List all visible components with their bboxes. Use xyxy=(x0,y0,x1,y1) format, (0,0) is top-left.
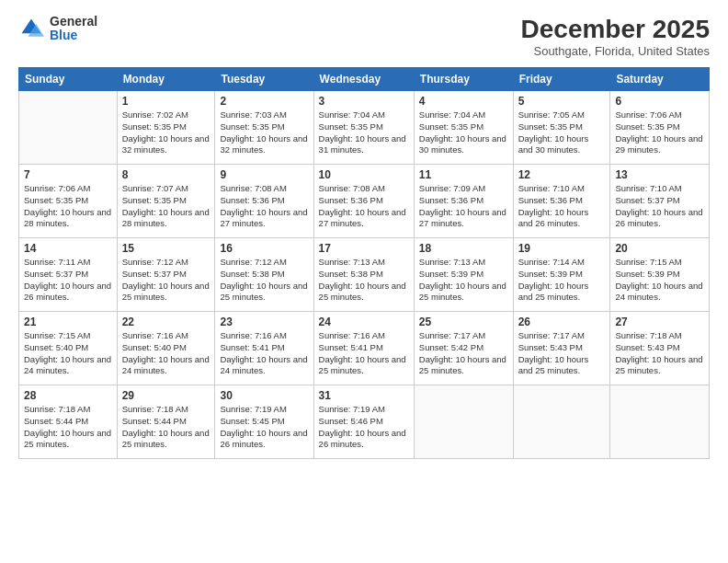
page-header: General Blue December 2025 Southgate, Fl… xyxy=(18,15,710,58)
day-info: Sunrise: 7:02 AM Sunset: 5:35 PM Dayligh… xyxy=(122,109,210,156)
weekday-header: Wednesday xyxy=(313,68,414,91)
day-info: Sunrise: 7:10 AM Sunset: 5:36 PM Dayligh… xyxy=(518,183,606,230)
day-info: Sunrise: 7:04 AM Sunset: 5:35 PM Dayligh… xyxy=(419,109,508,156)
calendar-cell: 4Sunrise: 7:04 AM Sunset: 5:35 PM Daylig… xyxy=(414,91,513,165)
calendar-cell: 15Sunrise: 7:12 AM Sunset: 5:37 PM Dayli… xyxy=(117,238,215,312)
day-number: 16 xyxy=(220,242,308,255)
day-info: Sunrise: 7:10 AM Sunset: 5:37 PM Dayligh… xyxy=(615,183,704,230)
day-info: Sunrise: 7:16 AM Sunset: 5:40 PM Dayligh… xyxy=(122,330,210,377)
day-info: Sunrise: 7:17 AM Sunset: 5:43 PM Dayligh… xyxy=(518,330,606,377)
calendar-cell: 7Sunrise: 7:06 AM Sunset: 5:35 PM Daylig… xyxy=(19,165,118,238)
day-info: Sunrise: 7:05 AM Sunset: 5:35 PM Dayligh… xyxy=(518,109,606,156)
weekday-header: Monday xyxy=(117,68,215,91)
location-text: Southgate, Florida, United States xyxy=(521,44,710,58)
day-number: 20 xyxy=(615,242,704,255)
day-info: Sunrise: 7:08 AM Sunset: 5:36 PM Dayligh… xyxy=(220,183,308,230)
calendar-cell: 18Sunrise: 7:13 AM Sunset: 5:39 PM Dayli… xyxy=(414,238,513,312)
day-number: 10 xyxy=(319,168,409,181)
calendar-cell: 19Sunrise: 7:14 AM Sunset: 5:39 PM Dayli… xyxy=(513,238,610,312)
day-info: Sunrise: 7:13 AM Sunset: 5:39 PM Dayligh… xyxy=(419,257,508,304)
calendar-week-row: 21Sunrise: 7:15 AM Sunset: 5:40 PM Dayli… xyxy=(19,312,710,385)
month-title: December 2025 xyxy=(521,15,710,44)
calendar-cell: 22Sunrise: 7:16 AM Sunset: 5:40 PM Dayli… xyxy=(117,312,215,385)
day-number: 7 xyxy=(24,168,112,181)
day-number: 4 xyxy=(419,95,508,108)
day-number: 28 xyxy=(24,389,112,402)
day-info: Sunrise: 7:19 AM Sunset: 5:46 PM Dayligh… xyxy=(319,404,409,451)
day-info: Sunrise: 7:09 AM Sunset: 5:36 PM Dayligh… xyxy=(419,183,508,230)
day-number: 8 xyxy=(122,168,210,181)
logo-text: General Blue xyxy=(50,15,97,43)
calendar-cell: 29Sunrise: 7:18 AM Sunset: 5:44 PM Dayli… xyxy=(117,385,215,459)
calendar-cell: 20Sunrise: 7:15 AM Sunset: 5:39 PM Dayli… xyxy=(610,238,710,312)
weekday-header: Saturday xyxy=(610,68,710,91)
day-number: 15 xyxy=(122,242,210,255)
title-block: December 2025 Southgate, Florida, United… xyxy=(521,15,710,58)
day-number: 25 xyxy=(419,316,508,328)
page-container: General Blue December 2025 Southgate, Fl… xyxy=(0,0,728,563)
day-info: Sunrise: 7:13 AM Sunset: 5:38 PM Dayligh… xyxy=(319,257,409,304)
calendar-cell: 31Sunrise: 7:19 AM Sunset: 5:46 PM Dayli… xyxy=(313,385,414,459)
calendar-table: SundayMondayTuesdayWednesdayThursdayFrid… xyxy=(18,67,710,459)
day-info: Sunrise: 7:08 AM Sunset: 5:36 PM Dayligh… xyxy=(319,183,409,230)
calendar-cell: 5Sunrise: 7:05 AM Sunset: 5:35 PM Daylig… xyxy=(513,91,610,165)
calendar-week-row: 14Sunrise: 7:11 AM Sunset: 5:37 PM Dayli… xyxy=(19,238,710,312)
day-info: Sunrise: 7:19 AM Sunset: 5:45 PM Dayligh… xyxy=(220,404,308,451)
day-info: Sunrise: 7:15 AM Sunset: 5:40 PM Dayligh… xyxy=(24,330,112,377)
day-number: 11 xyxy=(419,168,508,181)
day-number: 6 xyxy=(615,95,704,108)
calendar-cell: 3Sunrise: 7:04 AM Sunset: 5:35 PM Daylig… xyxy=(313,91,414,165)
calendar-cell: 26Sunrise: 7:17 AM Sunset: 5:43 PM Dayli… xyxy=(513,312,610,385)
logo-blue-text: Blue xyxy=(50,29,97,42)
calendar-cell: 2Sunrise: 7:03 AM Sunset: 5:35 PM Daylig… xyxy=(215,91,313,165)
logo: General Blue xyxy=(18,15,97,43)
calendar-cell: 25Sunrise: 7:17 AM Sunset: 5:42 PM Dayli… xyxy=(414,312,513,385)
day-info: Sunrise: 7:03 AM Sunset: 5:35 PM Dayligh… xyxy=(220,109,308,156)
day-number: 2 xyxy=(220,95,308,108)
weekday-header: Friday xyxy=(513,68,610,91)
calendar-cell: 6Sunrise: 7:06 AM Sunset: 5:35 PM Daylig… xyxy=(610,91,710,165)
calendar-cell: 1Sunrise: 7:02 AM Sunset: 5:35 PM Daylig… xyxy=(117,91,215,165)
day-info: Sunrise: 7:06 AM Sunset: 5:35 PM Dayligh… xyxy=(615,109,704,156)
day-info: Sunrise: 7:15 AM Sunset: 5:39 PM Dayligh… xyxy=(615,257,704,304)
day-info: Sunrise: 7:16 AM Sunset: 5:41 PM Dayligh… xyxy=(220,330,308,377)
day-number: 27 xyxy=(615,316,704,328)
day-info: Sunrise: 7:07 AM Sunset: 5:35 PM Dayligh… xyxy=(122,183,210,230)
calendar-cell xyxy=(513,385,610,459)
day-info: Sunrise: 7:16 AM Sunset: 5:41 PM Dayligh… xyxy=(319,330,409,377)
day-info: Sunrise: 7:12 AM Sunset: 5:37 PM Dayligh… xyxy=(122,257,210,304)
calendar-cell: 23Sunrise: 7:16 AM Sunset: 5:41 PM Dayli… xyxy=(215,312,313,385)
day-info: Sunrise: 7:12 AM Sunset: 5:38 PM Dayligh… xyxy=(220,257,308,304)
calendar-cell xyxy=(414,385,513,459)
day-number: 14 xyxy=(24,242,112,255)
weekday-header: Thursday xyxy=(414,68,513,91)
calendar-cell: 27Sunrise: 7:18 AM Sunset: 5:43 PM Dayli… xyxy=(610,312,710,385)
weekday-header: Tuesday xyxy=(215,68,313,91)
calendar-cell: 12Sunrise: 7:10 AM Sunset: 5:36 PM Dayli… xyxy=(513,165,610,238)
calendar-cell: 8Sunrise: 7:07 AM Sunset: 5:35 PM Daylig… xyxy=(117,165,215,238)
weekday-header: Sunday xyxy=(19,68,118,91)
calendar-cell xyxy=(610,385,710,459)
day-number: 23 xyxy=(220,316,308,328)
day-number: 12 xyxy=(518,168,606,181)
day-info: Sunrise: 7:04 AM Sunset: 5:35 PM Dayligh… xyxy=(319,109,409,156)
day-number: 1 xyxy=(122,95,210,108)
calendar-cell: 24Sunrise: 7:16 AM Sunset: 5:41 PM Dayli… xyxy=(313,312,414,385)
day-number: 21 xyxy=(24,316,112,328)
day-info: Sunrise: 7:18 AM Sunset: 5:44 PM Dayligh… xyxy=(24,404,112,451)
calendar-cell: 13Sunrise: 7:10 AM Sunset: 5:37 PM Dayli… xyxy=(610,165,710,238)
day-number: 24 xyxy=(319,316,409,328)
day-number: 30 xyxy=(220,389,308,402)
day-number: 18 xyxy=(419,242,508,255)
day-info: Sunrise: 7:18 AM Sunset: 5:43 PM Dayligh… xyxy=(615,330,704,377)
calendar-cell xyxy=(19,91,118,165)
day-info: Sunrise: 7:11 AM Sunset: 5:37 PM Dayligh… xyxy=(24,257,112,304)
calendar-cell: 14Sunrise: 7:11 AM Sunset: 5:37 PM Dayli… xyxy=(19,238,118,312)
calendar-cell: 17Sunrise: 7:13 AM Sunset: 5:38 PM Dayli… xyxy=(313,238,414,312)
day-info: Sunrise: 7:14 AM Sunset: 5:39 PM Dayligh… xyxy=(518,257,606,304)
day-info: Sunrise: 7:06 AM Sunset: 5:35 PM Dayligh… xyxy=(24,183,112,230)
day-number: 31 xyxy=(319,389,409,402)
calendar-week-row: 1Sunrise: 7:02 AM Sunset: 5:35 PM Daylig… xyxy=(19,91,710,165)
calendar-cell: 16Sunrise: 7:12 AM Sunset: 5:38 PM Dayli… xyxy=(215,238,313,312)
day-number: 13 xyxy=(615,168,704,181)
